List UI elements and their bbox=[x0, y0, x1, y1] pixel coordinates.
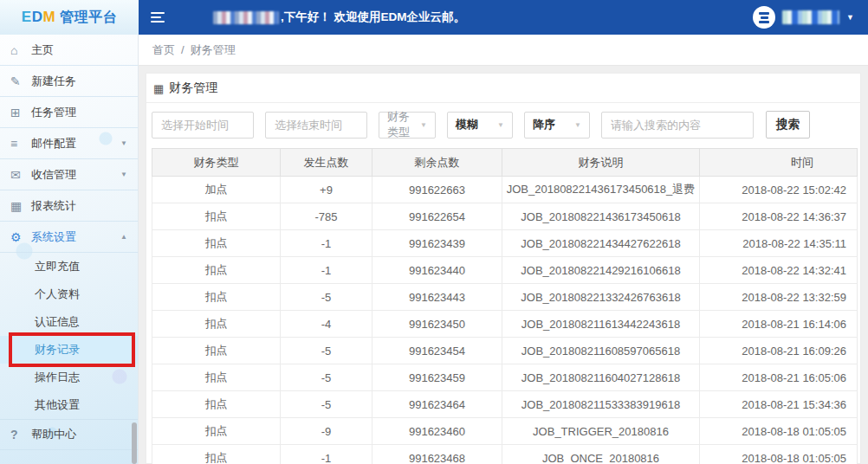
cell-description: JOB_ONCE_20180816 bbox=[502, 445, 700, 464]
finance-type-select[interactable]: 财务类型 ▼ bbox=[379, 112, 436, 139]
sidebar-item-label: 主页 bbox=[31, 42, 54, 58]
cell-points-remaining: 991622654 bbox=[372, 203, 502, 230]
cell-time: 2018-08-21 15:34:36 bbox=[700, 391, 858, 418]
cell-finance-type: 扣点 bbox=[152, 391, 281, 418]
sidebar-item-3[interactable]: ≡邮件配置▼ bbox=[0, 128, 138, 159]
sidebar-subitem-2[interactable]: 认证信息 bbox=[0, 308, 138, 336]
sidebar-item-label: 收信管理 bbox=[31, 167, 76, 183]
cell-points-remaining: 991623460 bbox=[372, 418, 502, 445]
breadcrumb-current: 财务管理 bbox=[191, 42, 236, 58]
sort-order-value: 降序 bbox=[533, 117, 555, 132]
chevron-down-icon: ▼ bbox=[487, 121, 504, 129]
cell-description: JOB_TRIGGER_20180816 bbox=[502, 418, 700, 445]
sidebar-item-1[interactable]: ✎新建任务 bbox=[0, 66, 138, 97]
table-icon: ▦ bbox=[153, 82, 164, 95]
cell-time: 2018-08-18 01:05:05 bbox=[700, 418, 858, 445]
sidebar-subitem-label: 其他设置 bbox=[35, 398, 80, 411]
cell-finance-type: 扣点 bbox=[152, 338, 281, 364]
table-row: 扣点-5991623443JOB_20180822133242676361820… bbox=[152, 284, 858, 311]
match-mode-value: 模糊 bbox=[456, 117, 478, 132]
sidebar-subitem-label: 操作日志 bbox=[35, 371, 80, 383]
cell-time: 2018-08-22 14:35:11 bbox=[700, 230, 858, 257]
cell-description: JOB_201808211604027128618 bbox=[502, 364, 700, 391]
table-icon: ▦ bbox=[10, 199, 31, 213]
table-row: 扣点-1991623468JOB_ONCE_201808162018-08-18… bbox=[152, 445, 858, 464]
chevron-down-icon: ▼ bbox=[410, 121, 427, 129]
cell-finance-type: 扣点 bbox=[152, 445, 281, 464]
table-row: 扣点-5991623459JOB_20180821160402712861820… bbox=[152, 364, 858, 391]
logo-suffix: 管理平台 bbox=[60, 9, 117, 27]
sidebar-item-4[interactable]: ✉收信管理▼ bbox=[0, 159, 138, 190]
filter-bar: 财务类型 ▼ 模糊 ▼ 降序 ▼ 搜索 bbox=[146, 103, 860, 145]
welcome-message: ,下午好！ 欢迎使用EDM企业云邮。 bbox=[213, 10, 465, 25]
sidebar-item-2[interactable]: ⊞任务管理 bbox=[0, 97, 138, 128]
cell-points-change: -1 bbox=[281, 257, 372, 284]
cell-time: 2018-08-18 01:05:05 bbox=[700, 445, 858, 464]
sidebar-subitem-5[interactable]: 其他设置 bbox=[0, 391, 138, 419]
sidebar-subitem-label: 个人资料 bbox=[35, 287, 80, 300]
sidebar-scrollbar[interactable] bbox=[132, 422, 137, 464]
cell-time: 2018-08-22 13:32:59 bbox=[700, 284, 858, 311]
cell-points-remaining: 991623439 bbox=[372, 230, 502, 257]
cell-points-remaining: 991623464 bbox=[372, 391, 502, 418]
table-row: 扣点-4991623450JOB_20180821161344224361820… bbox=[152, 311, 858, 338]
cell-points-change: -5 bbox=[281, 364, 372, 391]
start-time-input[interactable] bbox=[152, 112, 254, 139]
tasks-icon: ⊞ bbox=[10, 106, 31, 119]
table-header-row: 财务类型发生点数剩余点数财务说明时间 bbox=[152, 149, 858, 177]
cell-time: 2018-08-21 16:09:26 bbox=[700, 338, 858, 364]
sidebar-subitem-label: 财务记录 bbox=[35, 343, 80, 356]
chevron-down-icon: ▼ bbox=[564, 121, 581, 129]
cell-description: JOB_201808211533383919618 bbox=[502, 391, 700, 418]
breadcrumb: 首页 / 财务管理 bbox=[139, 35, 868, 66]
sidebar-item-0[interactable]: ⌂主页 bbox=[0, 35, 138, 66]
search-input[interactable] bbox=[601, 112, 754, 139]
cell-finance-type: 扣点 bbox=[152, 257, 281, 284]
sort-order-select[interactable]: 降序 ▼ bbox=[524, 112, 590, 139]
end-time-input[interactable] bbox=[265, 112, 367, 139]
search-button[interactable]: 搜索 bbox=[766, 111, 810, 139]
panel-header: ▦ 财务管理 bbox=[146, 74, 860, 103]
cell-points-change: -1 bbox=[281, 445, 372, 464]
match-mode-select[interactable]: 模糊 ▼ bbox=[447, 112, 513, 139]
column-header-2: 剩余点数 bbox=[372, 149, 502, 177]
home-icon: ⌂ bbox=[10, 43, 31, 57]
greeting-text: ,下午好！ 欢迎使用EDM企业云邮。 bbox=[281, 10, 465, 25]
cell-points-change: -4 bbox=[281, 311, 372, 338]
top-bar: EDM管理平台 ,下午好！ 欢迎使用EDM企业云邮。 ▼ bbox=[0, 0, 868, 35]
redacted-account-name bbox=[782, 10, 839, 24]
sidebar-subitem-label: 认证信息 bbox=[35, 315, 80, 328]
chevron-down-icon: ▼ bbox=[120, 171, 127, 178]
cell-points-remaining: 991622663 bbox=[372, 177, 502, 203]
sidebar-item-5[interactable]: ▦报表统计 bbox=[0, 190, 138, 222]
cell-points-change: -5 bbox=[281, 284, 372, 311]
cell-description: JOB_201808211608597065618 bbox=[502, 338, 700, 364]
breadcrumb-home-link[interactable]: 首页 bbox=[152, 42, 175, 58]
cell-points-change: -5 bbox=[281, 391, 372, 418]
finance-type-value: 财务类型 bbox=[387, 109, 410, 140]
cell-points-remaining: 991623468 bbox=[372, 445, 502, 464]
cell-finance-type: 扣点 bbox=[152, 284, 281, 311]
table-row: 扣点-5991623454JOB_20180821160859706561820… bbox=[152, 338, 858, 364]
sidebar-toggle-icon[interactable] bbox=[139, 0, 177, 35]
breadcrumb-separator: / bbox=[181, 43, 185, 56]
user-menu[interactable]: ▼ bbox=[753, 6, 868, 29]
sidebar-item-help[interactable]: ?帮助中心 bbox=[0, 419, 138, 450]
sidebar-subitem-4[interactable]: 操作日志 bbox=[0, 364, 138, 391]
cell-description: JOB_201808221434427622618 bbox=[502, 230, 700, 257]
sidebar-item-label: 系统设置 bbox=[31, 229, 76, 245]
sidebar-item-label: 任务管理 bbox=[31, 105, 76, 120]
sidebar-subitem-1[interactable]: 个人资料 bbox=[0, 280, 138, 308]
table-row: 扣点-785991622654JOB_201808221436173450618… bbox=[152, 203, 858, 230]
chevron-down-icon: ▼ bbox=[846, 13, 854, 22]
sidebar-help: ?帮助中心 bbox=[0, 419, 138, 450]
sidebar-item-6[interactable]: ⚙系统设置▲ bbox=[0, 222, 138, 253]
sidebar-subitem-3[interactable]: 财务记录 bbox=[0, 336, 138, 364]
logo-letter-m: M bbox=[42, 9, 55, 26]
sidebar-subitem-0[interactable]: 立即充值 bbox=[0, 253, 138, 280]
cell-points-change: -5 bbox=[281, 338, 372, 364]
cell-time: 2018-08-22 15:02:42 bbox=[700, 177, 858, 203]
cell-time: 2018-08-21 16:05:06 bbox=[700, 364, 858, 391]
chevron-up-icon: ▲ bbox=[120, 233, 127, 241]
table-row: 扣点-1991623440JOB_20180822142921610661820… bbox=[152, 257, 858, 284]
